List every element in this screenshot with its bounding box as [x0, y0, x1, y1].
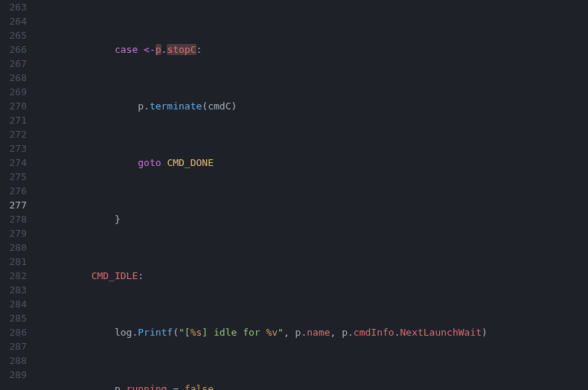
line-number: 284	[0, 297, 42, 311]
format-verb: %v	[266, 327, 278, 338]
line-number: 276	[0, 184, 42, 198]
eq: =	[167, 383, 184, 390]
property-highlighted: stopC	[167, 44, 196, 55]
line-number: 278	[0, 212, 42, 226]
code-line: goto CMD_DONE	[42, 156, 588, 170]
func-call: Printf	[138, 327, 173, 338]
code-line: }	[42, 212, 588, 226]
line-number: 265	[0, 28, 42, 42]
line-number: 283	[0, 283, 42, 297]
ident: p	[342, 327, 348, 338]
property: NextLaunchWait	[400, 327, 482, 338]
line-number: 279	[0, 226, 42, 240]
line-number: 280	[0, 240, 42, 255]
line-number-gutter: 2632642652662672682692702712722732742752…	[0, 0, 42, 390]
code-line: p.terminate(cmdC)	[42, 99, 588, 113]
receiver-highlighted: p	[156, 44, 162, 55]
code-line: p.running = false	[42, 382, 588, 390]
keyword: case	[115, 44, 138, 55]
property: running	[127, 383, 167, 390]
line-number: 267	[0, 57, 42, 71]
lparen: (	[173, 327, 179, 338]
line-number: 266	[0, 42, 42, 57]
comma: ,	[284, 327, 295, 338]
bool: false	[185, 383, 214, 390]
arg: cmdC	[208, 100, 231, 112]
line-number: 264	[0, 14, 42, 28]
line-number: 274	[0, 156, 42, 170]
func-call: terminate	[150, 100, 202, 112]
line-number: 288	[0, 354, 42, 368]
brace: }	[115, 214, 121, 225]
keyword: goto	[138, 157, 161, 168]
comma: ,	[330, 327, 342, 338]
label-def: CMD_IDLE	[92, 270, 138, 281]
line-number: 287	[0, 339, 42, 354]
ident: log	[115, 327, 132, 338]
code-line: case <-p.stopC:	[42, 42, 588, 57]
line-number: 286	[0, 325, 42, 339]
line-number: 270	[0, 99, 42, 113]
colon: :	[196, 44, 202, 55]
dot: .	[144, 100, 150, 112]
line-number: 275	[0, 170, 42, 184]
line-number: 282	[0, 269, 42, 283]
string: "	[278, 327, 284, 338]
line-number: 263	[0, 0, 42, 14]
code-area[interactable]: case <-p.stopC: p.terminate(cmdC) goto C…	[42, 0, 588, 390]
code-line: CMD_IDLE:	[42, 269, 588, 283]
string: ] idle for	[202, 327, 266, 338]
dot: .	[121, 383, 127, 390]
line-number: 285	[0, 311, 42, 325]
line-number: 268	[0, 71, 42, 85]
line-number: 289	[0, 368, 42, 382]
code-line: log.Printf("[%s] idle for %v", p.name, p…	[42, 325, 588, 339]
colon: :	[138, 270, 144, 281]
line-number: 281	[0, 255, 42, 269]
rparen: )	[482, 327, 488, 338]
string: "[	[179, 327, 191, 338]
ident: p	[115, 383, 121, 390]
operator: <-	[144, 44, 156, 55]
rparen: )	[231, 100, 237, 112]
line-number: 269	[0, 85, 42, 99]
receiver: p	[138, 100, 144, 112]
line-number: 271	[0, 113, 42, 127]
line-number: 272	[0, 127, 42, 141]
line-number: 273	[0, 141, 42, 156]
code-editor[interactable]: 2632642652662672682692702712722732742752…	[0, 0, 588, 390]
property: cmdInfo	[354, 327, 394, 338]
label-ref: CMD_DONE	[167, 157, 214, 168]
format-verb: %s	[191, 327, 202, 338]
dot: .	[348, 327, 354, 338]
property: name	[307, 327, 330, 338]
lparen: (	[202, 100, 208, 112]
line-number: 277	[0, 198, 42, 212]
